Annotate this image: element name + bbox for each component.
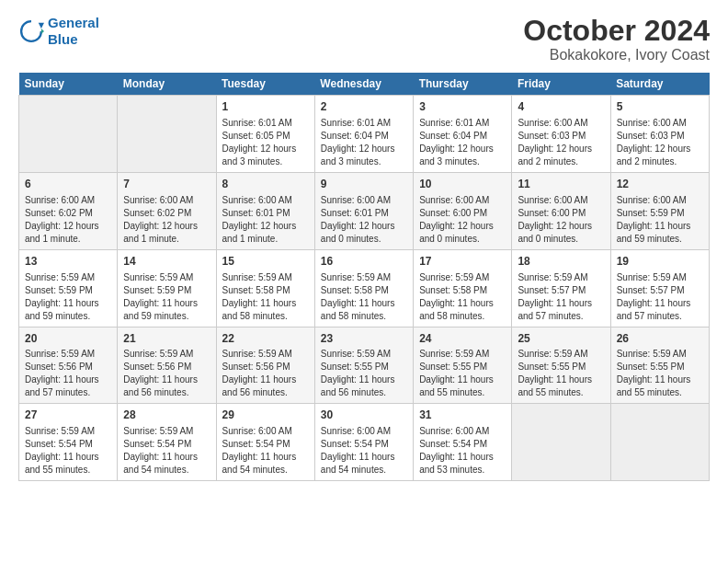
sunrise-text: Sunrise: 6:00 AM	[518, 117, 604, 130]
sunset-text: Sunset: 5:58 PM	[222, 284, 309, 297]
calendar-cell: 27Sunrise: 5:59 AMSunset: 5:54 PMDayligh…	[19, 404, 118, 481]
sunrise-text: Sunrise: 6:00 AM	[419, 425, 506, 438]
sunrise-text: Sunrise: 6:01 AM	[222, 117, 309, 130]
daylight-text: Daylight: 11 hours and 58 minutes.	[419, 297, 506, 323]
calendar-cell: 7Sunrise: 6:00 AMSunset: 6:02 PMDaylight…	[118, 172, 216, 249]
daylight-text: Daylight: 11 hours and 58 minutes.	[321, 297, 407, 323]
sunset-text: Sunset: 6:02 PM	[25, 207, 111, 220]
sunrise-text: Sunrise: 5:59 AM	[123, 425, 210, 438]
sunrise-text: Sunrise: 6:00 AM	[518, 194, 604, 207]
calendar-cell: 12Sunrise: 6:00 AMSunset: 5:59 PMDayligh…	[610, 172, 709, 249]
calendar-cell: 28Sunrise: 5:59 AMSunset: 5:54 PMDayligh…	[118, 404, 216, 481]
daylight-text: Daylight: 12 hours and 0 minutes.	[321, 220, 407, 246]
sunrise-text: Sunrise: 5:59 AM	[321, 348, 407, 361]
calendar-cell: 23Sunrise: 5:59 AMSunset: 5:55 PMDayligh…	[314, 327, 413, 404]
daylight-text: Daylight: 11 hours and 59 minutes.	[123, 297, 210, 323]
sunset-text: Sunset: 5:56 PM	[222, 361, 309, 373]
sunrise-text: Sunrise: 6:00 AM	[617, 194, 703, 207]
sunrise-text: Sunrise: 5:59 AM	[518, 271, 604, 284]
day-number: 10	[419, 177, 506, 192]
page: General Blue October 2024 Bokakokore, Iv…	[0, 0, 728, 563]
calendar-cell: 29Sunrise: 6:00 AMSunset: 5:54 PMDayligh…	[216, 404, 314, 481]
header-day-wednesday: Wednesday	[314, 73, 413, 96]
sunset-text: Sunset: 6:03 PM	[518, 130, 604, 143]
day-number: 11	[518, 177, 604, 192]
logo-icon	[18, 18, 44, 44]
calendar-cell: 24Sunrise: 5:59 AMSunset: 5:55 PMDayligh…	[414, 327, 512, 404]
sunset-text: Sunset: 6:03 PM	[617, 130, 703, 143]
day-number: 25	[518, 331, 604, 347]
sunset-text: Sunset: 5:59 PM	[123, 284, 210, 297]
sunrise-text: Sunrise: 5:59 AM	[123, 271, 210, 284]
calendar-cell: 17Sunrise: 5:59 AMSunset: 5:58 PMDayligh…	[414, 249, 512, 327]
sunset-text: Sunset: 5:59 PM	[25, 284, 111, 297]
day-number: 9	[321, 177, 407, 192]
sunrise-text: Sunrise: 5:59 AM	[222, 271, 309, 284]
daylight-text: Daylight: 12 hours and 3 minutes.	[419, 143, 506, 168]
sunset-text: Sunset: 5:59 PM	[617, 207, 703, 220]
daylight-text: Daylight: 12 hours and 3 minutes.	[222, 143, 309, 168]
daylight-text: Daylight: 11 hours and 59 minutes.	[25, 297, 111, 323]
day-number: 24	[419, 331, 506, 347]
calendar-cell: 3Sunrise: 6:01 AMSunset: 6:04 PMDaylight…	[414, 96, 512, 173]
sunrise-text: Sunrise: 6:00 AM	[419, 194, 506, 207]
sunset-text: Sunset: 5:54 PM	[25, 438, 111, 451]
header-day-thursday: Thursday	[414, 73, 512, 96]
daylight-text: Daylight: 12 hours and 1 minute.	[25, 220, 111, 246]
calendar-cell	[118, 96, 216, 173]
day-number: 17	[419, 254, 506, 270]
day-number: 7	[123, 177, 210, 192]
day-number: 13	[25, 254, 111, 270]
sunrise-text: Sunrise: 5:59 AM	[321, 271, 407, 284]
sunset-text: Sunset: 5:55 PM	[419, 361, 506, 373]
sunrise-text: Sunrise: 6:00 AM	[222, 425, 309, 438]
calendar-cell: 20Sunrise: 5:59 AMSunset: 5:56 PMDayligh…	[19, 327, 118, 404]
day-number: 27	[25, 408, 111, 423]
daylight-text: Daylight: 11 hours and 55 minutes.	[419, 373, 506, 399]
sunset-text: Sunset: 5:57 PM	[518, 284, 604, 297]
sunrise-text: Sunrise: 5:59 AM	[617, 271, 703, 284]
sunset-text: Sunset: 5:54 PM	[222, 438, 309, 451]
sunrise-text: Sunrise: 6:01 AM	[419, 117, 506, 130]
daylight-text: Daylight: 11 hours and 56 minutes.	[123, 373, 210, 399]
daylight-text: Daylight: 11 hours and 54 minutes.	[123, 451, 210, 477]
sunrise-text: Sunrise: 6:00 AM	[25, 194, 111, 207]
header-day-friday: Friday	[512, 73, 610, 96]
calendar-cell	[610, 404, 709, 481]
calendar-cell: 10Sunrise: 6:00 AMSunset: 6:00 PMDayligh…	[414, 172, 512, 249]
daylight-text: Daylight: 11 hours and 56 minutes.	[321, 373, 407, 399]
week-row-4: 20Sunrise: 5:59 AMSunset: 5:56 PMDayligh…	[19, 327, 710, 404]
day-number: 29	[222, 408, 309, 423]
calendar-cell: 1Sunrise: 6:01 AMSunset: 6:05 PMDaylight…	[216, 96, 314, 173]
daylight-text: Daylight: 11 hours and 54 minutes.	[321, 451, 407, 477]
daylight-text: Daylight: 11 hours and 57 minutes.	[617, 297, 703, 323]
sunset-text: Sunset: 6:01 PM	[222, 207, 309, 220]
week-row-2: 6Sunrise: 6:00 AMSunset: 6:02 PMDaylight…	[19, 172, 710, 249]
daylight-text: Daylight: 11 hours and 57 minutes.	[25, 373, 111, 399]
sunrise-text: Sunrise: 6:00 AM	[321, 425, 407, 438]
logo-text: General Blue	[48, 15, 99, 48]
daylight-text: Daylight: 12 hours and 2 minutes.	[518, 143, 604, 168]
calendar-cell: 4Sunrise: 6:00 AMSunset: 6:03 PMDaylight…	[512, 96, 610, 173]
header: General Blue October 2024 Bokakokore, Iv…	[18, 15, 710, 63]
day-number: 2	[321, 99, 407, 115]
sunrise-text: Sunrise: 5:59 AM	[419, 348, 506, 361]
daylight-text: Daylight: 12 hours and 0 minutes.	[518, 220, 604, 246]
header-row: SundayMondayTuesdayWednesdayThursdayFrid…	[19, 73, 710, 96]
day-number: 31	[419, 408, 506, 423]
daylight-text: Daylight: 11 hours and 59 minutes.	[617, 220, 703, 246]
sunset-text: Sunset: 5:54 PM	[419, 438, 506, 451]
sunrise-text: Sunrise: 6:00 AM	[321, 194, 407, 207]
day-number: 6	[25, 177, 111, 192]
calendar-cell: 11Sunrise: 6:00 AMSunset: 6:00 PMDayligh…	[512, 172, 610, 249]
sunrise-text: Sunrise: 6:01 AM	[321, 117, 407, 130]
header-day-monday: Monday	[118, 73, 216, 96]
sunrise-text: Sunrise: 5:59 AM	[25, 348, 111, 361]
daylight-text: Daylight: 11 hours and 57 minutes.	[518, 297, 604, 323]
calendar-cell: 16Sunrise: 5:59 AMSunset: 5:58 PMDayligh…	[314, 249, 413, 327]
calendar-cell: 25Sunrise: 5:59 AMSunset: 5:55 PMDayligh…	[512, 327, 610, 404]
daylight-text: Daylight: 12 hours and 0 minutes.	[419, 220, 506, 246]
calendar-cell: 13Sunrise: 5:59 AMSunset: 5:59 PMDayligh…	[19, 249, 118, 327]
sunrise-text: Sunrise: 5:59 AM	[25, 271, 111, 284]
page-title: October 2024	[523, 15, 710, 47]
